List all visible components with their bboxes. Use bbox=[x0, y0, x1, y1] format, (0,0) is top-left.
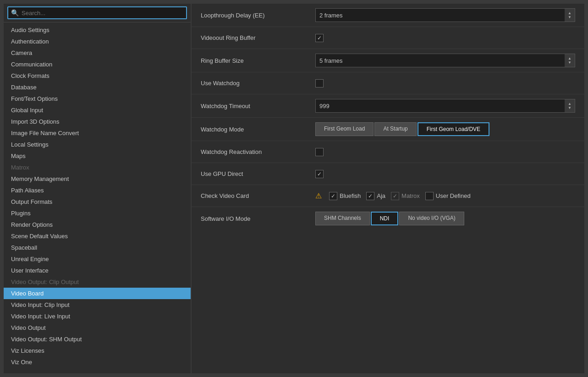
dropdown-arrows-loopthrough-delay[interactable]: ▲▼ bbox=[565, 9, 575, 22]
dropdown-ring-buffer-size[interactable]: 5 frames▲▼ bbox=[315, 54, 575, 67]
row-control-loopthrough-delay: 2 frames▲▼ bbox=[315, 8, 575, 22]
row-control-watchdog-timeout: 999▲▼ bbox=[315, 99, 575, 113]
dropdown-loopthrough-delay[interactable]: 2 frames▲▼ bbox=[315, 8, 575, 22]
video-card-checkbox-1[interactable]: ✓ bbox=[366, 192, 374, 200]
checkbox-watchdog-reactivation[interactable] bbox=[315, 148, 324, 156]
row-label-watchdog-mode: Watchdog Mode bbox=[201, 126, 315, 133]
row-label-watchdog-reactivation: Watchdog Reactivation bbox=[201, 148, 315, 155]
sidebar-item-scene-default-values[interactable]: Scene Default Values bbox=[4, 230, 191, 242]
sidebar-item-font-text-options[interactable]: Font/Text Options bbox=[4, 93, 191, 104]
sidebar-item-viz-one[interactable]: Viz One bbox=[4, 356, 191, 368]
video-card-label-2: Matrox bbox=[401, 192, 420, 199]
main-content: Loopthrough Delay (EE)2 frames▲▼Videoout… bbox=[192, 4, 584, 373]
settings-row-use-gpu-direct: Use GPU Direct✓ bbox=[192, 163, 584, 185]
sidebar-item-path-aliases[interactable]: Path Aliases bbox=[4, 185, 191, 196]
row-control-use-watchdog bbox=[315, 79, 575, 87]
video-card-item-0: ✓Bluefish bbox=[329, 192, 361, 200]
sidebar-item-authentication[interactable]: Authentication bbox=[4, 36, 191, 47]
video-card-checkbox-3[interactable] bbox=[425, 192, 434, 200]
sidebar-item-clock-formats[interactable]: Clock Formats bbox=[4, 70, 191, 82]
settings-row-watchdog-timeout: Watchdog Timeout999▲▼ bbox=[192, 94, 584, 118]
sidebar-item-video-board[interactable]: Video Board bbox=[4, 288, 191, 299]
settings-row-watchdog-reactivation: Watchdog Reactivation bbox=[192, 141, 584, 163]
row-control-software-io-mode: SHM ChannelsNDINo video I/O (VGA) bbox=[315, 212, 575, 225]
row-label-ring-buffer-size: Ring Buffer Size bbox=[201, 57, 315, 64]
video-card-checkbox-2: ✓ bbox=[391, 192, 399, 200]
sidebar-item-camera[interactable]: Camera bbox=[4, 47, 191, 59]
sidebar-item-render-options[interactable]: Render Options bbox=[4, 219, 191, 230]
sidebar-item-video-output[interactable]: Video Output bbox=[4, 322, 191, 333]
row-control-videoout-ring-buffer: ✓ bbox=[315, 34, 575, 42]
warning-icon: ⚠ bbox=[315, 191, 322, 200]
row-control-check-video-card: ⚠✓Bluefish✓Aja✓MatroxUser Defined bbox=[315, 191, 575, 200]
settings-row-watchdog-mode: Watchdog ModeFirst Geom LoadAt StartupFi… bbox=[192, 118, 584, 141]
checkbox-use-gpu-direct[interactable]: ✓ bbox=[315, 170, 324, 178]
search-input-wrapper[interactable]: 🔍 bbox=[7, 6, 187, 19]
sidebar-item-spaceball[interactable]: Spaceball bbox=[4, 242, 191, 253]
sidebar-item-maps[interactable]: Maps bbox=[4, 150, 191, 162]
spinbox-watchdog-timeout[interactable]: 999▲▼ bbox=[315, 99, 575, 113]
sidebar-item-unreal-engine[interactable]: Unreal Engine bbox=[4, 253, 191, 265]
sidebar-item-import-3d-options[interactable]: Import 3D Options bbox=[4, 116, 191, 127]
search-box: 🔍 bbox=[4, 4, 191, 22]
sidebar-item-communication[interactable]: Communication bbox=[4, 59, 191, 70]
row-label-videoout-ring-buffer: Videoout Ring Buffer bbox=[201, 34, 315, 41]
row-control-watchdog-mode: First Geom LoadAt StartupFirst Geom Load… bbox=[315, 122, 575, 136]
video-card-checkbox-0[interactable]: ✓ bbox=[329, 192, 337, 200]
checkbox-use-watchdog[interactable] bbox=[315, 79, 324, 87]
row-label-watchdog-timeout: Watchdog Timeout bbox=[201, 103, 315, 109]
btn-software-io-mode-2[interactable]: No video I/O (VGA) bbox=[399, 212, 464, 225]
sidebar-item-plugins[interactable]: Plugins bbox=[4, 208, 191, 219]
btn-watchdog-mode-1[interactable]: At Startup bbox=[374, 122, 416, 136]
video-card-label-1: Aja bbox=[377, 192, 385, 199]
search-input[interactable] bbox=[22, 10, 183, 16]
sidebar-item-global-input[interactable]: Global Input bbox=[4, 104, 191, 116]
dropdown-value-ring-buffer-size: 5 frames bbox=[319, 57, 565, 64]
btn-software-io-mode-0[interactable]: SHM Channels bbox=[315, 212, 370, 225]
settings-row-use-watchdog: Use Watchdog bbox=[192, 72, 584, 94]
btn-watchdog-mode-2[interactable]: First Geom Load/DVE bbox=[418, 122, 489, 136]
sidebar-item-database[interactable]: Database bbox=[4, 82, 191, 93]
row-label-check-video-card: Check Video Card bbox=[201, 192, 315, 199]
row-label-use-gpu-direct: Use GPU Direct bbox=[201, 170, 315, 177]
row-label-software-io-mode: Software I/O Mode bbox=[201, 215, 315, 222]
settings-row-check-video-card: Check Video Card⚠✓Bluefish✓Aja✓MatroxUse… bbox=[192, 185, 584, 207]
sidebar-item-output-formats[interactable]: Output Formats bbox=[4, 196, 191, 208]
dropdown-arrows-ring-buffer-size[interactable]: ▲▼ bbox=[565, 54, 575, 67]
sidebar-item-video-input-clip-input[interactable]: Video Input: Clip Input bbox=[4, 299, 191, 311]
settings-row-software-io-mode: Software I/O ModeSHM ChannelsNDINo video… bbox=[192, 207, 584, 230]
search-icon: 🔍 bbox=[11, 9, 19, 16]
sidebar: 🔍 Audio SettingsAuthenticationCameraComm… bbox=[4, 4, 191, 373]
spinbox-value-watchdog-timeout: 999 bbox=[319, 103, 565, 109]
btn-group-software-io-mode: SHM ChannelsNDINo video I/O (VGA) bbox=[315, 212, 464, 225]
spinbox-arrows-watchdog-timeout[interactable]: ▲▼ bbox=[565, 99, 575, 112]
row-control-use-gpu-direct: ✓ bbox=[315, 170, 575, 178]
settings-row-videoout-ring-buffer: Videoout Ring Buffer✓ bbox=[192, 27, 584, 49]
video-card-label-3: User Defined bbox=[436, 192, 471, 199]
row-label-use-watchdog: Use Watchdog bbox=[201, 80, 315, 87]
settings-row-loopthrough-delay: Loopthrough Delay (EE)2 frames▲▼ bbox=[192, 4, 584, 27]
dropdown-value-loopthrough-delay: 2 frames bbox=[319, 12, 565, 19]
btn-group-watchdog-mode: First Geom LoadAt StartupFirst Geom Load… bbox=[315, 122, 489, 136]
sidebar-item-viz-licenses[interactable]: Viz Licenses bbox=[4, 345, 191, 356]
sidebar-item-memory-management[interactable]: Memory Management bbox=[4, 173, 191, 185]
video-card-item-2: ✓Matrox bbox=[391, 192, 420, 200]
sidebar-list: Audio SettingsAuthenticationCameraCommun… bbox=[4, 22, 191, 373]
sidebar-item-local-settings[interactable]: Local Settings bbox=[4, 139, 191, 150]
sidebar-item-video-output-shm-output[interactable]: Video Output: SHM Output bbox=[4, 333, 191, 345]
sidebar-item-video-output-clip-output: Video Output: Clip Output bbox=[4, 276, 191, 288]
settings-row-ring-buffer-size: Ring Buffer Size5 frames▲▼ bbox=[192, 49, 584, 72]
video-card-label-0: Bluefish bbox=[340, 192, 361, 199]
row-control-ring-buffer-size: 5 frames▲▼ bbox=[315, 54, 575, 67]
sidebar-item-video-input-live-input[interactable]: Video Input: Live Input bbox=[4, 311, 191, 322]
sidebar-item-audio-settings[interactable]: Audio Settings bbox=[4, 24, 191, 36]
sidebar-item-user-interface[interactable]: User Interface bbox=[4, 265, 191, 276]
video-card-item-3: User Defined bbox=[425, 192, 471, 200]
sidebar-item-image-file-name-convert[interactable]: Image File Name Convert bbox=[4, 127, 191, 139]
row-label-loopthrough-delay: Loopthrough Delay (EE) bbox=[201, 12, 315, 19]
btn-watchdog-mode-0[interactable]: First Geom Load bbox=[315, 122, 374, 136]
video-card-item-1: ✓Aja bbox=[366, 192, 385, 200]
btn-software-io-mode-1[interactable]: NDI bbox=[371, 212, 399, 225]
checkbox-videoout-ring-buffer[interactable]: ✓ bbox=[315, 34, 324, 42]
sidebar-item-matrox: Matrox bbox=[4, 162, 191, 173]
